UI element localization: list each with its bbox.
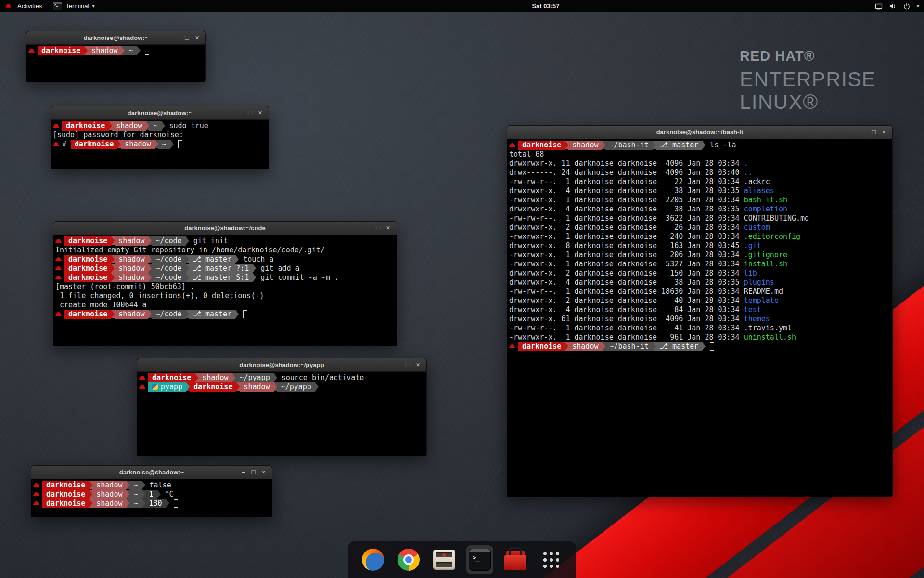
- powerline-arrow-icon: [142, 490, 145, 499]
- terminal-line: darknoiseshadow~/code git init: [55, 236, 396, 246]
- terminal-text: .editorconfig: [744, 232, 800, 241]
- maximize-button[interactable]: □: [245, 106, 255, 119]
- terminal-window-pyapp: darknoise@shadow:~/pyapp − □ × darknoise…: [137, 358, 427, 455]
- terminal-line: pyappdarknoiseshadow~/pyapp: [139, 382, 425, 392]
- terminal-line: -rw-rw-r--. 1 darknoise darknoise 18630 …: [509, 287, 891, 296]
- terminal-cursor: [710, 342, 714, 351]
- terminal-content[interactable]: darknoiseshadow~ falsedarknoiseshadow~1 …: [31, 479, 272, 517]
- prompt-segment-path: ~/code: [152, 273, 185, 282]
- prompt-segment-git: ⎇ master S:1: [189, 273, 253, 282]
- power-icon[interactable]: [903, 2, 911, 10]
- terminal-content[interactable]: darknoiseshadow~/code git initInitialize…: [53, 235, 397, 346]
- clock[interactable]: Sat 03:57: [532, 2, 559, 10]
- prompt-segment-user: darknoise: [64, 236, 111, 246]
- top-bar: Activities >_ Terminal ▾ Sat 03:57 ▾: [0, 0, 924, 12]
- chevron-down-icon[interactable]: ▾: [917, 3, 919, 9]
- brand-enterprise: ENTERPRISE: [740, 68, 876, 91]
- python-icon: [152, 384, 158, 390]
- terminal-line: -rwxrwxr-x. 1 darknoise darknoise 961 Ja…: [509, 333, 891, 342]
- terminal-content[interactable]: darknoiseshadow~ sudo true[sudo] passwor…: [51, 120, 269, 169]
- maximize-button[interactable]: □: [403, 358, 413, 371]
- maximize-button[interactable]: □: [373, 222, 383, 235]
- terminal-content[interactable]: darknoiseshadow~: [26, 45, 205, 82]
- terminal-content[interactable]: darknoiseshadow~/pyapp source bin/activa…: [137, 372, 426, 456]
- powerline-arrow-icon: [170, 140, 174, 148]
- terminal-content[interactable]: darknoiseshadow~/bash-it⎇ master ls -lat…: [507, 139, 892, 497]
- terminal-cursor: [178, 140, 182, 148]
- prompt-segment-status: 130: [145, 499, 166, 508]
- fedora-icon: [33, 483, 39, 488]
- terminal-cursor: [145, 47, 149, 55]
- terminal-text: git commit -a -m .: [256, 273, 339, 282]
- powerline-arrow-icon: [155, 140, 158, 148]
- minimize-button[interactable]: −: [393, 358, 403, 371]
- powerline-arrow-icon: [126, 499, 129, 508]
- terminal-line: -rw-rw-r--. 1 darknoise darknoise 22 Jan…: [509, 177, 891, 186]
- terminal-text: ^C: [161, 490, 174, 499]
- fedora-icon: [53, 123, 59, 129]
- window-titlebar[interactable]: darknoise@shadow:~ − □ ×: [51, 106, 269, 120]
- maximize-button[interactable]: □: [182, 31, 192, 44]
- prompt-segment-path: ~/code: [152, 264, 185, 273]
- close-button[interactable]: ×: [192, 31, 202, 44]
- window-titlebar[interactable]: darknoise@shadow:~/pyapp − □ ×: [137, 358, 426, 372]
- window-titlebar[interactable]: darknoise@shadow:~ − □ ×: [26, 31, 205, 45]
- prompt-segment-git: ⎇ master: [656, 342, 703, 351]
- powerline-arrow-icon: [89, 481, 92, 489]
- terminal-line: Initialized empty Git repository in /hom…: [55, 246, 396, 255]
- minimize-button[interactable]: −: [363, 222, 373, 235]
- minimize-button[interactable]: −: [235, 106, 245, 119]
- terminal-text: .: [744, 159, 748, 168]
- terminal-window-code: darknoise@shadow:~/code − □ × darknoises…: [53, 221, 397, 345]
- powerline-arrow-icon: [186, 273, 189, 282]
- powerline-arrow-icon: [162, 121, 165, 130]
- display-icon[interactable]: [875, 2, 883, 10]
- chrome-icon[interactable]: [395, 545, 422, 574]
- powerline-arrow-icon: [235, 255, 239, 263]
- firefox-icon[interactable]: [359, 545, 386, 574]
- terminal-line: drwxrwxr-x. 2 darknoise darknoise 40 Jan…: [509, 296, 891, 305]
- powerline-arrow-icon: [121, 46, 125, 55]
- volume-icon[interactable]: [889, 2, 897, 10]
- close-button[interactable]: ×: [413, 358, 423, 371]
- terminal-text: uninstall.sh: [744, 333, 796, 342]
- terminal-line: darknoiseshadow~/bash-it⎇ master ls -la: [509, 141, 891, 150]
- app-grid-icon[interactable]: [538, 545, 565, 574]
- prompt-segment-venv: pyapp: [148, 382, 186, 392]
- minimize-button[interactable]: −: [238, 466, 248, 479]
- terminal-line: [sudo] password for darknoise:: [53, 131, 268, 140]
- prompt-segment-host: shadow: [92, 499, 126, 508]
- maximize-button[interactable]: □: [248, 466, 258, 479]
- activities-button[interactable]: Activities: [0, 0, 47, 12]
- prompt-segment-path: ~/pyapp: [277, 382, 315, 392]
- terminal-icon[interactable]: [466, 545, 493, 574]
- powerline-arrow-icon: [602, 342, 605, 351]
- archive-manager-icon[interactable]: [431, 545, 458, 574]
- close-button[interactable]: ×: [258, 466, 269, 479]
- powerline-arrow-icon: [236, 382, 240, 391]
- app-menu-button[interactable]: >_ Terminal ▾: [47, 0, 100, 12]
- powerline-arrow-icon: [148, 310, 152, 318]
- terminal-line: darknoiseshadow~/code⎇ master S:1 git co…: [55, 273, 396, 282]
- terminal-text: ..: [744, 168, 753, 177]
- terminal-text: template: [744, 296, 779, 305]
- minimize-button[interactable]: −: [859, 126, 869, 139]
- window-titlebar[interactable]: darknoise@shadow:~/bash-it − □ ×: [507, 126, 892, 139]
- terminal-line: darknoiseshadow~: [28, 46, 205, 55]
- prompt-segment-user: darknoise: [190, 382, 236, 392]
- terminal-text: drwxrwxr-x. 8 darknoise darknoise 163 Ja…: [509, 241, 744, 250]
- prompt-segment-user: darknoise: [64, 255, 111, 264]
- terminal-text: git init: [189, 236, 228, 246]
- maximize-button[interactable]: □: [869, 126, 879, 139]
- close-button[interactable]: ×: [383, 222, 393, 235]
- window-titlebar[interactable]: darknoise@shadow:~ − □ ×: [31, 466, 272, 479]
- window-titlebar[interactable]: darknoise@shadow:~/code − □ ×: [53, 222, 397, 235]
- close-button[interactable]: ×: [879, 126, 889, 139]
- terminal-text: #: [62, 140, 71, 149]
- toolbox-icon[interactable]: [502, 545, 529, 574]
- powerline-arrow-icon: [142, 499, 145, 508]
- terminal-window-bash-it: darknoise@shadow:~/bash-it − □ × darknoi…: [507, 125, 893, 496]
- powerline-arrow-icon: [232, 373, 235, 382]
- minimize-button[interactable]: −: [172, 31, 182, 44]
- close-button[interactable]: ×: [255, 106, 265, 119]
